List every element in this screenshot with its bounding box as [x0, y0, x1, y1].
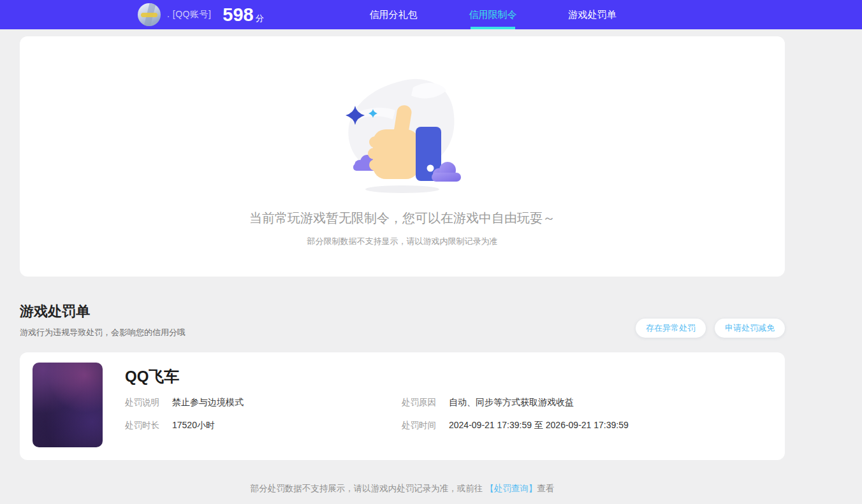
restriction-panel: 当前常玩游戏暂无限制令，您可以在游戏中自由玩耍～ 部分限制数据不支持显示，请以游…	[20, 36, 785, 277]
game-name: QQ飞车	[125, 366, 772, 387]
restriction-disclaimer: 部分限制数据不支持显示，请以游戏内限制记录为准	[20, 236, 785, 247]
main-nav: 信用分礼包 信用限制令 游戏处罚单	[352, 0, 650, 29]
tab-credit-restriction[interactable]: 信用限制令	[451, 0, 534, 29]
punishment-section-titles: 游戏处罚单 游戏行为违规导致处罚，会影响您的信用分哦	[20, 302, 636, 338]
field-punish-time: 处罚时间 2024-09-21 17:39:59 至 2026-09-21 17…	[402, 420, 772, 431]
punishment-actions: 存在异常处罚 申请处罚减免	[636, 319, 785, 338]
account-nickname: . [QQ账号]	[167, 9, 211, 20]
account-info: . [QQ账号] 598 分	[138, 3, 264, 26]
field-label: 处罚时间	[402, 420, 439, 431]
apply-reduction-button[interactable]: 申请处罚减免	[715, 319, 785, 338]
page-footer: 部分处罚数据不支持展示，请以游戏内处罚记录为准，或前往 【处罚查询】查看	[20, 483, 785, 494]
field-punish-duration: 处罚时长 17520小时	[125, 420, 402, 431]
credit-score-value: 598	[223, 6, 253, 24]
field-label: 处罚原因	[402, 397, 439, 408]
punishment-card: QQ飞车 处罚说明 禁止参与边境模式 处罚原因 自动、同步等方式获取游戏收益 处…	[20, 352, 785, 460]
credit-score-unit: 分	[256, 13, 264, 24]
field-label: 处罚时长	[125, 420, 162, 431]
punishment-query-link[interactable]: 【处罚查询】	[485, 484, 537, 493]
top-header-bar: . [QQ账号] 598 分 信用分礼包 信用限制令 游戏处罚单	[0, 0, 862, 29]
credit-score: 598 分	[223, 6, 263, 24]
user-avatar[interactable]	[138, 3, 161, 26]
thumbs-up-icon	[337, 72, 469, 194]
field-value: 17520小时	[172, 420, 215, 431]
tab-credit-gift[interactable]: 信用分礼包	[352, 0, 435, 29]
field-value: 禁止参与边境模式	[172, 397, 244, 408]
field-value: 2024-09-21 17:39:59 至 2026-09-21 17:39:5…	[449, 420, 629, 431]
abnormal-punishment-button[interactable]: 存在异常处罚	[636, 319, 706, 338]
tab-game-punishment[interactable]: 游戏处罚单	[551, 0, 634, 29]
no-restriction-message: 当前常玩游戏暂无限制令，您可以在游戏中自由玩耍～	[20, 210, 785, 227]
game-thumbnail	[33, 363, 103, 447]
punishment-fields: 处罚说明 禁止参与边境模式 处罚原因 自动、同步等方式获取游戏收益 处罚时长 1…	[125, 397, 772, 431]
punishment-details: QQ飞车 处罚说明 禁止参与边境模式 处罚原因 自动、同步等方式获取游戏收益 处…	[125, 363, 772, 450]
footer-suffix: 查看	[537, 484, 554, 493]
field-punish-reason: 处罚原因 自动、同步等方式获取游戏收益	[402, 397, 772, 408]
thumbs-up-illustration	[337, 72, 469, 194]
page-content: 当前常玩游戏暂无限制令，您可以在游戏中自由玩耍～ 部分限制数据不支持显示，请以游…	[20, 36, 785, 494]
field-value: 自动、同步等方式获取游戏收益	[449, 397, 574, 408]
footer-disclaimer: 部分处罚数据不支持展示，请以游戏内处罚记录为准，或前往	[251, 484, 485, 493]
punishment-section-title: 游戏处罚单	[20, 302, 636, 321]
field-punish-description: 处罚说明 禁止参与边境模式	[125, 397, 402, 408]
punishment-section-subtitle: 游戏行为违规导致处罚，会影响您的信用分哦	[20, 327, 636, 338]
punishment-section-header: 游戏处罚单 游戏行为违规导致处罚，会影响您的信用分哦 存在异常处罚 申请处罚减免	[20, 302, 785, 338]
field-label: 处罚说明	[125, 397, 162, 408]
